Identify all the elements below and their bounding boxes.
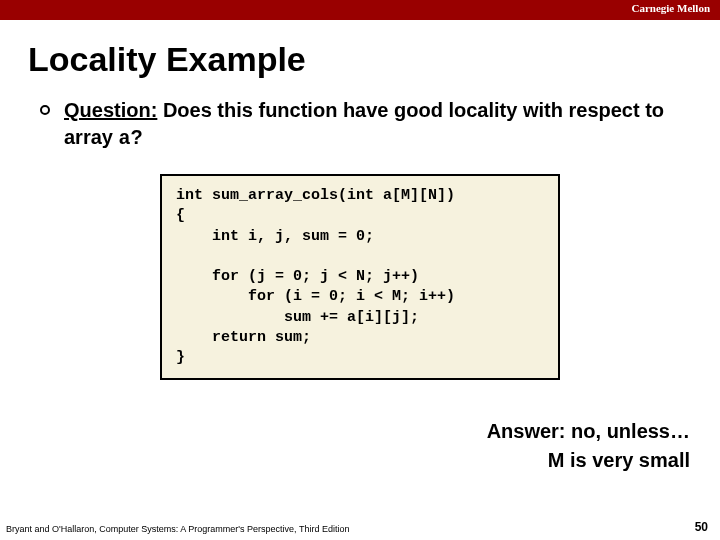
question-body-after: ?	[131, 126, 143, 148]
question-code-var: a	[119, 127, 131, 150]
question-label: Question:	[64, 99, 157, 121]
page-number: 50	[695, 520, 708, 534]
footer-attribution: Bryant and O'Hallaron, Computer Systems:…	[6, 524, 349, 534]
institution-label: Carnegie Mellon	[631, 2, 710, 14]
answer-block: Answer: no, unless… M is very small	[487, 420, 690, 472]
header-bar: Carnegie Mellon	[0, 0, 720, 20]
bullet-icon	[40, 105, 50, 115]
question-text: Question: Does this function have good l…	[64, 97, 690, 152]
code-box: int sum_array_cols(int a[M][N]) { int i,…	[160, 174, 560, 380]
question-row: Question: Does this function have good l…	[40, 97, 690, 152]
slide-title: Locality Example	[28, 40, 720, 79]
answer-line-2: M is very small	[487, 449, 690, 472]
answer-line-1: Answer: no, unless…	[487, 420, 690, 443]
footer: Bryant and O'Hallaron, Computer Systems:…	[0, 520, 720, 534]
